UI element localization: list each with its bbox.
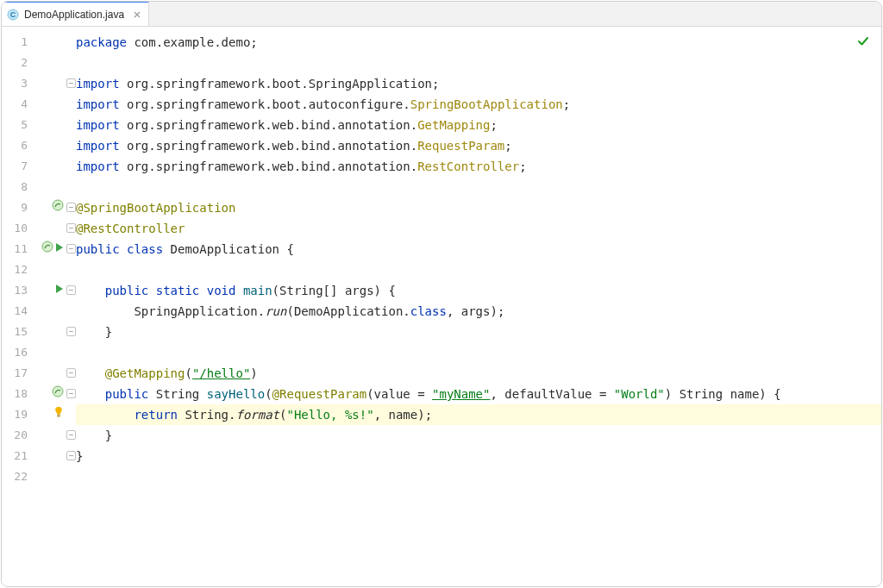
line-number[interactable]: 9 xyxy=(2,197,67,218)
fold-toggle-icon[interactable]: − xyxy=(66,389,76,398)
token-ann-unk: @GetMapping xyxy=(105,366,185,380)
code-line[interactable]: import org.springframework.web.bind.anno… xyxy=(76,135,881,156)
spring-bean-icon[interactable] xyxy=(41,239,53,260)
code-line[interactable]: −} xyxy=(76,446,881,466)
token-ann-used: RestController xyxy=(417,160,519,173)
token-plain xyxy=(76,366,105,380)
code-line[interactable]: − } xyxy=(76,322,881,342)
code-line[interactable]: return String.format("Hello, %s!", name)… xyxy=(76,404,881,425)
intention-bulb-icon[interactable] xyxy=(53,404,64,425)
svg-rect-6 xyxy=(57,416,59,416)
fold-toggle-icon[interactable]: − xyxy=(66,244,76,253)
gutter-marker[interactable] xyxy=(52,197,64,218)
line-number[interactable]: 10 xyxy=(2,218,67,239)
editor-area[interactable]: 12345678910111213141516171819202122 pack… xyxy=(2,27,881,586)
token-plain: , name); xyxy=(374,408,432,422)
line-number[interactable]: 6 xyxy=(2,135,67,156)
token-plain: DemoApplication { xyxy=(163,242,294,256)
line-number[interactable]: 1 xyxy=(2,32,67,53)
close-icon[interactable] xyxy=(133,10,141,19)
token-kw: package xyxy=(76,35,127,49)
fold-toggle-icon[interactable]: − xyxy=(66,78,76,88)
token-plain: (String[] args) { xyxy=(272,284,396,297)
token-mth-s: format xyxy=(235,408,279,422)
token-plain: (value = xyxy=(366,387,432,401)
token-mth-s: run xyxy=(265,304,286,318)
token-str: "World" xyxy=(614,387,665,401)
line-number[interactable]: 13 xyxy=(2,280,67,301)
gutter-marker[interactable] xyxy=(53,404,64,425)
code-line[interactable]: − public String sayHello(@RequestParam(v… xyxy=(76,384,881,404)
code-line[interactable]: −import org.springframework.boot.SpringA… xyxy=(76,73,881,94)
line-number[interactable]: 17 xyxy=(2,363,67,384)
token-ann-used: GetMapping xyxy=(417,118,490,132)
line-number-gutter[interactable]: 12345678910111213141516171819202122 xyxy=(2,27,67,586)
token-str-u: "/hello" xyxy=(192,366,250,380)
line-number[interactable]: 18 xyxy=(2,384,67,404)
token-kw: return xyxy=(134,408,178,422)
token-plain: com.example.demo; xyxy=(127,35,258,49)
token-plain: ; xyxy=(490,118,497,132)
code-line[interactable]: −public class DemoApplication { xyxy=(76,239,881,260)
line-number[interactable]: 4 xyxy=(2,94,67,115)
spring-bean-icon[interactable] xyxy=(52,197,64,218)
line-number[interactable]: 3 xyxy=(2,73,67,94)
code-line[interactable] xyxy=(76,260,881,280)
token-plain: (DemoApplication. xyxy=(286,304,410,318)
token-plain: ) String name) { xyxy=(665,387,781,401)
line-number[interactable]: 21 xyxy=(2,446,67,466)
token-plain: } xyxy=(76,449,83,463)
code-line[interactable]: SpringApplication.run(DemoApplication.cl… xyxy=(76,301,881,322)
line-number[interactable]: 7 xyxy=(2,156,67,177)
gutter-marker[interactable] xyxy=(52,384,64,404)
code-line[interactable] xyxy=(76,53,881,73)
fold-toggle-icon[interactable]: − xyxy=(66,285,76,295)
code-line[interactable]: −@RestController xyxy=(76,218,881,239)
run-gutter-icon[interactable] xyxy=(55,280,64,301)
line-number[interactable]: 8 xyxy=(2,177,67,197)
code-line[interactable] xyxy=(76,177,881,197)
fold-toggle-icon[interactable]: − xyxy=(66,430,76,440)
code-line[interactable]: import org.springframework.boot.autoconf… xyxy=(76,94,881,115)
code-line[interactable]: import org.springframework.web.bind.anno… xyxy=(76,115,881,135)
code-line[interactable] xyxy=(76,466,881,487)
line-number[interactable]: 16 xyxy=(2,342,67,363)
code-area[interactable]: package com.example.demo;−import org.spr… xyxy=(67,27,881,586)
token-plain xyxy=(76,387,105,401)
fold-toggle-icon[interactable]: − xyxy=(66,451,76,460)
line-number[interactable]: 12 xyxy=(2,260,67,280)
token-kw: public class xyxy=(76,242,163,256)
line-number[interactable]: 22 xyxy=(2,466,67,487)
code-line[interactable] xyxy=(76,342,881,363)
line-number[interactable]: 11 xyxy=(2,239,67,260)
token-plain: org.springframework.web.bind.annotation. xyxy=(120,160,418,173)
line-number[interactable]: 14 xyxy=(2,301,67,322)
code-line[interactable]: − } xyxy=(76,425,881,446)
file-tab-label: DemoApplication.java xyxy=(24,9,124,21)
token-ann-used: SpringBootApplication xyxy=(410,97,563,111)
editor-window: C DemoApplication.java 12345678910111213… xyxy=(1,1,882,587)
fold-toggle-icon[interactable]: − xyxy=(66,203,76,212)
token-kw: import xyxy=(76,77,120,91)
line-number[interactable]: 20 xyxy=(2,425,67,446)
code-line[interactable]: package com.example.demo; xyxy=(76,32,881,53)
fold-toggle-icon[interactable]: − xyxy=(66,368,76,378)
code-line[interactable]: − @GetMapping("/hello") xyxy=(76,363,881,384)
token-ann-unk: @RequestParam xyxy=(272,387,367,401)
code-line[interactable]: − public static void main(String[] args)… xyxy=(76,280,881,301)
fold-toggle-icon[interactable]: − xyxy=(66,327,76,336)
line-number[interactable]: 15 xyxy=(2,322,67,342)
fold-toggle-icon[interactable]: − xyxy=(66,223,76,233)
spring-bean-icon[interactable] xyxy=(52,384,64,404)
line-number[interactable]: 5 xyxy=(2,115,67,135)
run-gutter-icon[interactable] xyxy=(55,239,64,260)
code-line[interactable]: −@SpringBootApplication xyxy=(76,197,881,218)
line-number[interactable]: 2 xyxy=(2,53,67,73)
token-plain: org.springframework.boot.SpringApplicati… xyxy=(120,77,440,91)
gutter-marker[interactable] xyxy=(41,239,64,260)
line-number[interactable]: 19 xyxy=(2,404,67,425)
token-plain: ; xyxy=(504,139,511,153)
file-tab-active[interactable]: C DemoApplication.java xyxy=(2,1,149,26)
gutter-marker[interactable] xyxy=(55,280,64,301)
code-line[interactable]: import org.springframework.web.bind.anno… xyxy=(76,156,881,177)
